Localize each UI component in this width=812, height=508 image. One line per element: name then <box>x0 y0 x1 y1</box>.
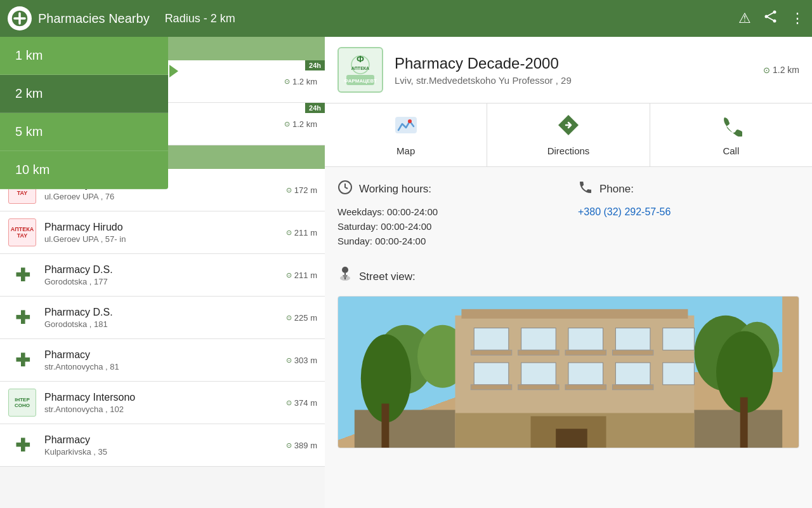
dropdown-arrow <box>169 65 178 77</box>
tab-map-label: Map <box>396 145 415 156</box>
distance-icon-detail: ⊙ <box>763 65 770 75</box>
svg-rect-27 <box>615 328 650 351</box>
share-icon[interactable] <box>764 10 778 27</box>
svg-rect-37 <box>612 350 653 355</box>
directions-icon <box>557 114 580 142</box>
weekdays-hours: Weekdays: 00:00-24:00 <box>337 206 559 217</box>
svg-rect-33 <box>663 363 695 385</box>
svg-rect-31 <box>568 363 603 385</box>
svg-rect-41 <box>612 385 653 390</box>
detail-pharmacy-name: Pharmacy Decade-2000 <box>395 55 572 72</box>
svg-rect-39 <box>518 385 559 390</box>
detail-content: Working hours: Weekdays: 00:00-24:00 Sat… <box>325 167 812 508</box>
street-view-icon <box>337 265 353 288</box>
svg-rect-46 <box>381 404 389 448</box>
detail-pharmacy-info: Pharmacy Decade-2000 Lviv, str.Medvedets… <box>395 55 572 86</box>
detail-distance: ⊙ 1.2 km <box>763 65 799 75</box>
phone-title: Phone: <box>599 183 634 196</box>
left-panel: Open 24 hours ✚ Pharmacy Generala Chupry… <box>0 37 325 508</box>
app-title: Pharmacies Nearby <box>38 11 150 26</box>
phone-column: Phone: +380 (32) 292-57-56 <box>578 180 799 250</box>
svg-rect-38 <box>471 385 511 390</box>
svg-text:Ф: Ф <box>357 54 364 64</box>
svg-text:АПТЕКА: АПТЕКА <box>351 66 369 70</box>
tab-call[interactable]: Call <box>650 104 812 166</box>
phone-icon <box>578 180 593 199</box>
svg-rect-48 <box>740 398 748 448</box>
phone-title-row: Phone: <box>578 180 799 199</box>
action-tabs: Map Directions Call <box>325 104 812 167</box>
call-icon <box>719 114 742 142</box>
hours-column: Working hours: Weekdays: 00:00-24:00 Sat… <box>337 180 559 250</box>
radius-option-1km[interactable]: 1 km <box>0 37 168 75</box>
svg-point-14 <box>342 267 348 273</box>
svg-rect-40 <box>565 385 606 390</box>
svg-rect-30 <box>521 363 556 385</box>
radius-dropdown: 1 km 2 km 5 km 10 km <box>0 37 168 189</box>
right-panel: Ф АПТЕКА ФАРМАЦЕВТ Pharmacy Decade-2000 … <box>325 37 812 508</box>
svg-rect-44 <box>556 429 587 448</box>
svg-rect-28 <box>663 328 695 351</box>
top-bar-actions: ⚠ ⋮ <box>738 10 804 27</box>
street-view-section: Street view: <box>337 265 799 448</box>
more-icon[interactable]: ⋮ <box>790 10 804 27</box>
tab-directions[interactable]: Directions <box>487 104 650 166</box>
clock-icon <box>337 180 353 199</box>
app-logo <box>8 6 32 30</box>
radius-label[interactable]: Radius - 2 km <box>165 12 235 25</box>
warning-icon[interactable]: ⚠ <box>738 10 751 27</box>
svg-point-12 <box>408 119 412 123</box>
svg-rect-35 <box>518 350 559 355</box>
tab-map[interactable]: Map <box>325 104 487 166</box>
radius-option-5km[interactable]: 5 km <box>0 113 168 151</box>
detail-pharmacy-logo: Ф АПТЕКА ФАРМАЦЕВТ <box>337 47 383 93</box>
info-section: Working hours: Weekdays: 00:00-24:00 Sat… <box>337 180 799 250</box>
detail-header: Ф АПТЕКА ФАРМАЦЕВТ Pharmacy Decade-2000 … <box>325 37 812 104</box>
svg-rect-29 <box>474 363 509 385</box>
top-bar: Pharmacies Nearby Radius - 2 km ⚠ ⋮ <box>0 0 812 37</box>
dropdown-overlay: 1 km 2 km 5 km 10 km <box>0 37 325 508</box>
svg-line-4 <box>766 12 775 17</box>
svg-text:ФАРМАЦЕВТ: ФАРМАЦЕВТ <box>344 78 377 84</box>
detail-pharmacy-address: Lviv, str.Medvedetskoho Yu Professor , 2… <box>395 75 572 86</box>
svg-rect-32 <box>615 363 650 385</box>
hours-title-row: Working hours: <box>337 180 559 199</box>
sunday-hours: Sunday: 00:00-24:00 <box>337 236 559 246</box>
tab-directions-label: Directions <box>547 145 590 156</box>
street-view-image[interactable] <box>337 296 799 448</box>
radius-option-2km[interactable]: 2 km <box>0 75 168 113</box>
street-view-label: Street view: <box>359 271 416 283</box>
svg-rect-23 <box>461 309 688 319</box>
saturday-hours: Saturday: 00:00-24:00 <box>337 221 559 232</box>
svg-line-5 <box>766 17 775 21</box>
main-layout: Open 24 hours ✚ Pharmacy Generala Chupry… <box>0 37 812 508</box>
svg-rect-25 <box>521 328 556 351</box>
svg-rect-36 <box>565 350 606 355</box>
hours-title: Working hours: <box>359 183 431 196</box>
svg-rect-34 <box>471 350 511 355</box>
tab-call-label: Call <box>723 145 739 156</box>
map-icon <box>395 114 417 142</box>
svg-rect-24 <box>474 328 509 351</box>
street-view-label-row: Street view: <box>337 265 799 288</box>
phone-number[interactable]: +380 (32) 292-57-56 <box>578 206 671 217</box>
radius-option-10km[interactable]: 10 km <box>0 151 168 189</box>
svg-rect-26 <box>568 328 603 351</box>
